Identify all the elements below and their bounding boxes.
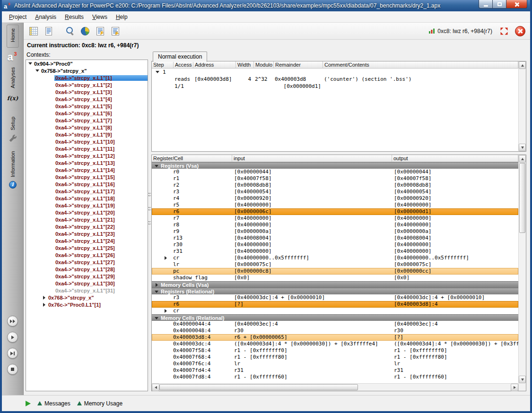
context-tree-item[interactable]: 0xa4->"strcpy_x.L1"[6] bbox=[26, 110, 148, 117]
run-to-cursor-button[interactable] bbox=[7, 348, 18, 359]
run-all-button[interactable] bbox=[7, 316, 18, 327]
register-row-0x40007f68-4[interactable]: 0x40007f68:4r1 - [0xffffff80]r1 - [0xfff… bbox=[152, 354, 518, 361]
tab-fx[interactable]: f(x) bbox=[7, 95, 18, 102]
scrollbar-track[interactable] bbox=[519, 69, 526, 144]
menu-views[interactable]: Views bbox=[88, 12, 112, 22]
register-row-r5[interactable]: r5[0x40000000][0x40000000] bbox=[152, 202, 518, 208]
expand-arrow-icon[interactable] bbox=[28, 62, 32, 65]
section-header-registers-vsa-[interactable]: Registers (Vsa) bbox=[152, 162, 518, 169]
title-bar[interactable]: a3 AbsInt Advanced Analyzer for PowerPC … bbox=[2, 0, 530, 11]
scrollbar-track[interactable] bbox=[159, 384, 511, 391]
scrollbar-thumb[interactable] bbox=[159, 384, 358, 390]
register-row-pc[interactable]: pc[0x000000c8][0x000000cc] bbox=[152, 268, 518, 275]
abort-button[interactable] bbox=[515, 26, 525, 36]
context-tree-item[interactable]: 0xa4->"strcpy_x.L1"[8] bbox=[26, 124, 148, 131]
register-row-r1[interactable]: r1[0x40007f58][0x40007f58] bbox=[152, 175, 518, 182]
maximize-button[interactable] bbox=[492, 0, 506, 9]
register-row-0x40000048-4[interactable]: 0x40000048:4r30r30 bbox=[152, 327, 518, 334]
expand-arrow-icon[interactable] bbox=[154, 71, 160, 73]
messages-toggle[interactable]: Messages bbox=[37, 400, 70, 407]
stop-button[interactable] bbox=[7, 364, 18, 375]
register-row-r9[interactable]: r9[0x0000000a][0x0000000a] bbox=[152, 228, 518, 235]
context-tree-item[interactable]: 0xa4->"strcpy_x.L1"[23] bbox=[26, 230, 148, 237]
tab-analyses[interactable]: Analyses bbox=[10, 67, 16, 90]
register-row-0x400003dc-4[interactable]: 0x400003dc:4([0x400003d4]:4 * [0x0000003… bbox=[152, 341, 518, 347]
context-tree-item[interactable]: 0xa4->"strcpy_x.L1"[22] bbox=[26, 223, 148, 230]
context-tree-item[interactable]: 0xa4->"strcpy_x.L1"[16] bbox=[26, 181, 148, 188]
register-row-r6[interactable]: r6[0x0000006c][0x000000d1] bbox=[152, 208, 518, 215]
collapse-arrow-icon[interactable] bbox=[43, 303, 45, 307]
worksheet-view-button[interactable] bbox=[26, 24, 40, 38]
context-tree-item[interactable]: 0xa4->"strcpy_x.L1"[12] bbox=[26, 152, 148, 159]
menu-project[interactable]: Project bbox=[5, 12, 31, 22]
register-row-0x40000044-4[interactable]: 0x40000044:4[0x400003ec]:4[0x400003ec]:4 bbox=[152, 321, 518, 327]
column-header-comment-contents[interactable]: Comment/Contents bbox=[323, 61, 518, 69]
column-header-width[interactable]: Width bbox=[236, 61, 254, 69]
context-tree-item[interactable]: 0xa4->"strcpy_x.L1"[26] bbox=[26, 251, 148, 258]
context-tree-item[interactable]: 0xa4->"strcpy_x.L1"[17] bbox=[26, 188, 148, 195]
scroll-right-button[interactable] bbox=[511, 384, 518, 391]
menu-help[interactable]: Help bbox=[112, 12, 132, 22]
context-tree-item[interactable]: 0xa4->"strcpy_x.L1"[24] bbox=[26, 237, 148, 244]
expand-arrow-icon[interactable] bbox=[155, 165, 158, 167]
collapse-arrow-icon[interactable] bbox=[43, 296, 45, 300]
column-header-output[interactable]: output bbox=[392, 155, 518, 162]
minimize-button[interactable] bbox=[479, 0, 492, 9]
context-tree-item[interactable]: 0xa4->"strcpy_x.L1"[25] bbox=[26, 244, 148, 251]
register-row-0x400003d8-4[interactable]: 0x400003d8:4r6 + [0x00000065][?] bbox=[152, 334, 518, 341]
expand-arrow-icon[interactable] bbox=[154, 288, 159, 294]
register-row-r3[interactable]: r3[0x40000054][0x40000054] bbox=[152, 189, 518, 195]
context-tree-item[interactable]: 0xa4->"strcpy_x.L1"[7] bbox=[26, 117, 148, 124]
statistics-pie-button[interactable] bbox=[78, 24, 92, 38]
context-tree-item[interactable]: 0xa4->"strcpy_x.L1"[14] bbox=[26, 166, 148, 173]
expand-arrow-icon[interactable] bbox=[34, 69, 40, 72]
collapse-arrow-icon[interactable] bbox=[41, 303, 47, 307]
collapse-arrow-icon[interactable] bbox=[154, 282, 159, 288]
collapse-arrow-icon[interactable] bbox=[156, 283, 158, 287]
register-row-r8[interactable]: r8[0x40000000][0x40000000] bbox=[152, 222, 518, 228]
expand-arrow-icon[interactable] bbox=[155, 291, 158, 293]
column-header-register-cell[interactable]: Register/Cell bbox=[152, 155, 232, 162]
register-row-r31[interactable]: r31[0x40000000][0x40000000] bbox=[152, 248, 518, 255]
context-tree-item[interactable]: 0xa4->"strcpy_x.L1"[2] bbox=[26, 81, 148, 88]
register-row-r13[interactable]: r13[0x40008004][0x40008004] bbox=[152, 235, 518, 241]
scroll-left-button[interactable] bbox=[152, 384, 159, 391]
report-view-button[interactable] bbox=[42, 24, 55, 38]
register-row-r30[interactable]: r30[0x40000000][0x40000000] bbox=[152, 241, 518, 248]
scroll-up-button[interactable] bbox=[519, 155, 526, 163]
menu-results[interactable]: Results bbox=[61, 12, 88, 22]
expand-arrow-icon[interactable] bbox=[35, 69, 39, 72]
context-tree-item[interactable]: 0xa4->"strcpy_x.L1"[3] bbox=[26, 88, 148, 95]
expand-arrow-icon[interactable] bbox=[154, 315, 159, 321]
registers-vertical-scrollbar[interactable] bbox=[518, 155, 526, 383]
register-row-r7[interactable]: r7[0x40000000][0x40000000] bbox=[152, 215, 518, 222]
register-row-shadow_flag[interactable]: shadow_flag[0x0][0x0] bbox=[152, 275, 518, 281]
collapse-arrow-icon[interactable] bbox=[165, 309, 167, 313]
context-tree-item[interactable]: 0xa4->"strcpy_x.L1"[31] bbox=[26, 287, 148, 294]
tab-home[interactable]: Home bbox=[7, 25, 19, 48]
execution-vertical-scrollbar[interactable] bbox=[518, 61, 526, 151]
expand-arrow-icon[interactable] bbox=[155, 317, 158, 319]
tab-normal-execution[interactable]: Normal execution bbox=[153, 52, 207, 62]
collapse-arrow-icon[interactable] bbox=[41, 296, 47, 300]
register-row-r2[interactable]: r2[0x00008db8][0x00008db8] bbox=[152, 182, 518, 189]
column-header-remainder[interactable]: Remainder bbox=[274, 61, 323, 69]
context-tree-item[interactable]: 0xa4->"strcpy_x.L1"[30] bbox=[26, 280, 148, 287]
column-header-address[interactable]: Address bbox=[193, 61, 236, 69]
context-tree-item[interactable]: 0xa4->"strcpy_x.L1"[11] bbox=[26, 145, 148, 152]
context-tree-item[interactable]: 0xa4->"strcpy_x.L1"[20] bbox=[26, 209, 148, 216]
section-header-memory-cells-vsa-[interactable]: Memory Cells (Vsa) bbox=[152, 281, 518, 288]
column-header-modulo[interactable]: Modulo bbox=[254, 61, 274, 69]
context-tree-item[interactable]: 0x76c->"Proc0.L1"[1] bbox=[26, 301, 148, 308]
access-row[interactable]: 1/1[0x000000d1] bbox=[152, 83, 518, 90]
register-row-0x40007fd4-4[interactable]: 0x40007fd4:4r31r31 bbox=[152, 367, 518, 374]
register-row-r0[interactable]: r0[0x00000044][0x00000044] bbox=[152, 169, 518, 175]
register-row-0x40007f58-4[interactable]: 0x40007f58:4r1 - [0xfffffff0]r1 - [0xfff… bbox=[152, 347, 518, 354]
column-header-step[interactable]: Step bbox=[152, 61, 174, 69]
memory-usage-toggle[interactable]: Memory Usage bbox=[77, 400, 122, 407]
context-tree-item[interactable]: 0xa4->"strcpy_x.L1"[5] bbox=[26, 103, 148, 110]
context-tree-item[interactable]: 0xa4->"strcpy_x.L1"[18] bbox=[26, 195, 148, 202]
context-tree-item[interactable]: 0xa4->"strcpy_x.L1"[28] bbox=[26, 266, 148, 273]
context-tree-item[interactable]: 0xa4->"strcpy_x.L1"[15] bbox=[26, 173, 148, 181]
control-flow-view-button[interactable] bbox=[108, 24, 122, 38]
